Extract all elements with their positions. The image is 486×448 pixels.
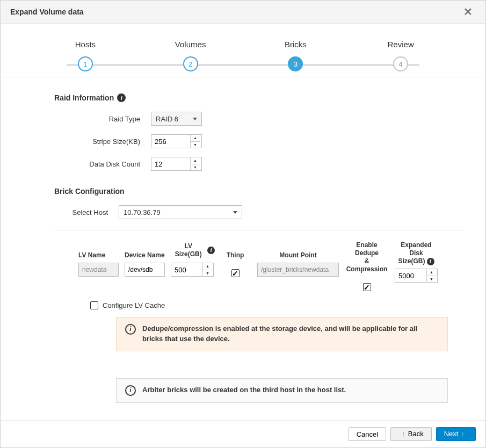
device-name-input[interactable] xyxy=(125,263,165,277)
expanded-size-input[interactable]: ▲ ▼ xyxy=(395,269,438,283)
decrement-icon[interactable]: ▼ xyxy=(191,164,200,171)
dedupe-alert: i Dedupe/compression is enabled at the s… xyxy=(116,317,448,351)
col-expanded-size: Expanded Disk Size(GB) i xyxy=(393,241,439,265)
arbiter-alert: i Arbiter bricks will be created on the … xyxy=(116,378,448,403)
stripe-size-input[interactable]: ▲ ▼ xyxy=(151,134,202,148)
chevron-down-icon xyxy=(193,118,197,120)
info-icon[interactable]: i xyxy=(427,258,434,265)
thinp-checkbox[interactable] xyxy=(231,269,240,277)
col-lv-name: LV Name xyxy=(78,241,105,259)
wizard-step-volumes[interactable]: Volumes 2 xyxy=(138,40,243,71)
stripe-size-label: Stripe Size(KB) xyxy=(54,138,151,146)
wizard-step-bricks[interactable]: Bricks 3 xyxy=(243,40,349,71)
wizard-step-hosts[interactable]: Hosts 1 xyxy=(33,40,138,71)
increment-icon[interactable]: ▲ xyxy=(203,263,212,270)
select-host-dropdown[interactable]: 10.70.36.79 xyxy=(119,205,242,219)
increment-icon[interactable]: ▲ xyxy=(191,135,200,142)
select-host-label: Select Host xyxy=(54,208,119,216)
expand-volume-dialog: Expand Volume data ✕ Hosts 1 Volumes 2 xyxy=(0,0,486,448)
dialog-title: Expand Volume data xyxy=(10,8,84,16)
info-icon[interactable]: i xyxy=(117,93,126,102)
decrement-icon[interactable]: ▼ xyxy=(191,142,200,148)
decrement-icon[interactable]: ▼ xyxy=(427,276,436,283)
chevron-left-icon: 〈 xyxy=(400,431,405,437)
decrement-icon[interactable]: ▼ xyxy=(203,270,212,277)
chevron-down-icon xyxy=(233,211,237,214)
increment-icon[interactable]: ▲ xyxy=(427,269,436,276)
brick-table: LV Name Device Name LV Size(GB) i xyxy=(78,241,464,294)
configure-lv-cache-checkbox[interactable] xyxy=(90,301,98,309)
info-icon: i xyxy=(125,385,136,396)
back-button[interactable]: 〈 Back xyxy=(390,427,432,441)
col-mount-point: Mount Point xyxy=(279,241,316,259)
dialog-footer: Cancel 〈 Back Next 〉 xyxy=(1,420,485,447)
mount-point-input xyxy=(257,263,339,277)
cancel-button[interactable]: Cancel xyxy=(349,427,386,441)
col-thinp: Thinp xyxy=(227,241,244,259)
brick-section-title: Brick Configuration xyxy=(54,187,464,196)
info-icon: i xyxy=(125,324,136,335)
lv-size-input[interactable]: ▲ ▼ xyxy=(171,263,214,277)
dialog-header: Expand Volume data ✕ xyxy=(1,1,485,24)
raid-section-title: Raid Information i xyxy=(54,93,464,102)
increment-icon[interactable]: ▲ xyxy=(191,157,200,164)
raid-type-label: Raid Type xyxy=(54,115,151,123)
configure-lv-cache-label: Configure LV Cache xyxy=(103,301,165,309)
raid-type-select[interactable]: RAID 6 xyxy=(151,112,202,126)
next-button[interactable]: Next 〉 xyxy=(436,427,476,441)
info-icon[interactable]: i xyxy=(207,247,215,254)
col-dedupe: Enable Dedupe & Compression xyxy=(345,241,389,273)
data-disk-count-label: Data Disk Count xyxy=(54,160,151,168)
wizard-steps: Hosts 1 Volumes 2 Bricks 3 Review 4 xyxy=(1,24,485,77)
chevron-right-icon: 〉 xyxy=(461,431,467,437)
col-device-name: Device Name xyxy=(125,241,165,259)
wizard-step-review[interactable]: Review 4 xyxy=(348,40,453,71)
data-disk-count-input[interactable]: ▲ ▼ xyxy=(151,157,202,171)
close-icon[interactable]: ✕ xyxy=(460,6,476,18)
dedupe-checkbox[interactable] xyxy=(363,283,371,291)
dialog-body: Hosts 1 Volumes 2 Bricks 3 Review 4 xyxy=(1,24,485,420)
col-lv-size: LV Size(GB) i xyxy=(171,241,215,259)
lv-name-input xyxy=(78,263,119,277)
